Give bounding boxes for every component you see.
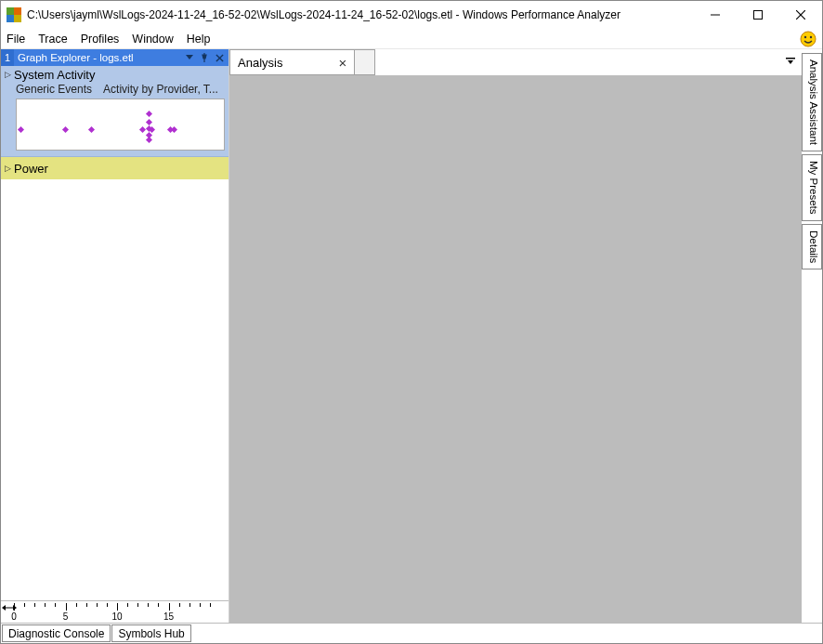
chart-title-generic-events: Generic Events	[16, 83, 92, 96]
panel-pin-icon[interactable]	[198, 51, 211, 64]
svg-point-9	[804, 35, 806, 37]
section-label-power: Power	[14, 162, 48, 176]
graph-explorer-index: 1	[1, 49, 14, 66]
svg-rect-3	[14, 15, 21, 22]
svg-rect-1	[14, 7, 21, 15]
minimize-button[interactable]	[694, 1, 737, 29]
new-tab-button[interactable]	[355, 49, 375, 75]
svg-marker-14	[2, 605, 6, 611]
svg-rect-2	[7, 15, 14, 22]
tab-details[interactable]: Details	[802, 224, 822, 269]
chart-preset-label: Activity by Provider, T...	[103, 83, 218, 96]
svg-point-8	[801, 32, 816, 46]
tab-label: Analysis	[238, 56, 282, 70]
graph-explorer-header: 1 Graph Explorer - logs.etl	[1, 49, 229, 66]
analysis-tabstrip: Analysis ×	[229, 49, 802, 75]
menu-help[interactable]: Help	[187, 33, 211, 46]
menu-window[interactable]: Window	[132, 33, 173, 46]
timeline-ruler[interactable]: 051015	[1, 600, 229, 623]
status-bar: Diagnostic Console Symbols Hub	[1, 623, 822, 643]
analysis-workarea	[229, 75, 802, 623]
right-dock-tabs: Analysis Assistant My Presets Details	[802, 49, 822, 623]
panel-close-icon[interactable]	[213, 51, 226, 64]
thumbnail-chart[interactable]	[16, 99, 225, 151]
window-title: C:\Users\jayml\WslLogs-2024-11-24_16-52-…	[27, 8, 694, 21]
section-system-activity[interactable]: ▷ System Activity Generic Events Activit…	[1, 66, 229, 157]
expand-icon[interactable]: ▷	[5, 164, 14, 173]
diagnostic-console-button[interactable]: Diagnostic Console	[2, 624, 111, 642]
menu-profiles[interactable]: Profiles	[81, 33, 120, 46]
expand-icon[interactable]: ▷	[5, 70, 14, 79]
section-label-system-activity: System Activity	[14, 68, 95, 82]
tab-analysis[interactable]: Analysis ×	[229, 49, 355, 75]
tab-analysis-assistant[interactable]: Analysis Assistant	[802, 53, 822, 151]
menu-trace[interactable]: Trace	[38, 33, 68, 46]
svg-point-10	[810, 35, 812, 37]
app-icon	[7, 7, 21, 22]
svg-rect-17	[786, 58, 795, 59]
menu-file[interactable]: File	[7, 33, 25, 46]
feedback-icon[interactable]	[800, 31, 816, 47]
svg-marker-11	[186, 55, 193, 59]
tabstrip-options-icon[interactable]	[783, 53, 798, 68]
maximize-button[interactable]	[737, 1, 779, 29]
svg-rect-5	[754, 11, 763, 20]
graph-explorer-pane: 1 Graph Explorer - logs.etl ▷ System Act…	[1, 49, 229, 623]
main-area: 1 Graph Explorer - logs.etl ▷ System Act…	[1, 49, 822, 623]
symbols-hub-button[interactable]: Symbols Hub	[111, 624, 190, 642]
svg-rect-0	[7, 7, 14, 15]
close-button[interactable]	[779, 1, 822, 29]
graph-explorer-title: Graph Explorer - logs.etl	[14, 52, 183, 63]
tab-close-icon[interactable]: ×	[338, 56, 346, 70]
menu-bar: File Trace Profiles Window Help	[1, 29, 822, 49]
svg-marker-18	[788, 60, 793, 64]
tab-my-presets[interactable]: My Presets	[802, 154, 822, 221]
title-bar: C:\Users\jayml\WslLogs-2024-11-24_16-52-…	[1, 1, 822, 29]
panel-dropdown-icon[interactable]	[183, 51, 196, 64]
window-controls	[694, 1, 822, 29]
section-power[interactable]: ▷ Power	[1, 157, 229, 179]
analysis-pane: Analysis ×	[229, 49, 802, 623]
